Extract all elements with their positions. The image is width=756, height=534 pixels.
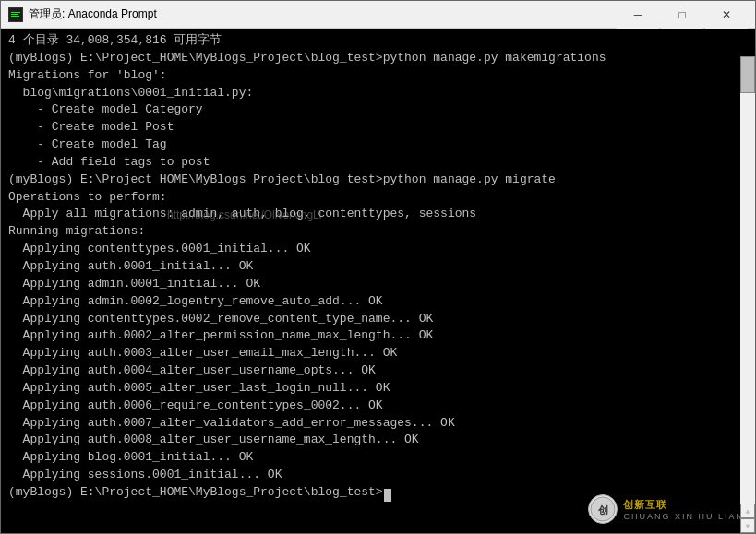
terminal-line: Applying contenttypes.0001_initial... OK [8, 241, 748, 258]
maximize-button[interactable]: □ [661, 1, 703, 29]
terminal-line: Applying auth.0005_alter_user_last_login… [8, 380, 748, 398]
svg-rect-2 [11, 14, 18, 15]
terminal-line: Operations to perform: [8, 189, 748, 207]
scrollbar-down-button[interactable]: ▼ [740, 518, 755, 533]
terminal-line: Applying auth.0003_alter_user_email_max_… [8, 345, 748, 362]
terminal-line: Applying auth.0001_initial... OK [8, 258, 748, 276]
terminal-line: Applying contenttypes.0002_remove_conten… [8, 311, 748, 328]
terminal-line: - Create model Tag [8, 136, 748, 154]
scrollbar[interactable]: ▲ ▼ [740, 56, 755, 533]
terminal-line: Applying auth.0002_alter_permission_name… [8, 327, 748, 345]
terminal-line: Applying auth.0004_alter_user_username_o… [8, 362, 748, 380]
terminal-line: - Create model Category [8, 101, 748, 119]
terminal-line: (myBlogs) E:\Project_HOME\MyBlogs_Projec… [8, 50, 748, 67]
close-button[interactable]: ✕ [705, 1, 748, 29]
minimize-button[interactable]: ─ [617, 1, 659, 29]
terminal-line: Migrations for 'blog': [8, 67, 748, 85]
title-bar: 管理员: Anaconda Prompt ─ □ ✕ [1, 1, 755, 29]
app-icon [8, 7, 23, 22]
svg-rect-3 [11, 16, 19, 17]
terminal-line: Applying auth.0007_alter_validators_add_… [8, 415, 748, 433]
terminal-line: (myBlogs) E:\Project_HOME\MyBlogs_Projec… [8, 172, 748, 189]
terminal-body[interactable]: 4 个目录 34,008,354,816 可用字节(myBlogs) E:\Pr… [1, 29, 755, 505]
terminal-cursor [384, 489, 391, 502]
terminal-line: Applying sessions.0001_initial... OK [8, 467, 748, 484]
terminal-line: Applying auth.0008_alter_user_username_m… [8, 432, 748, 449]
terminal-line: Applying admin.0002_logentry_remove_auto… [8, 293, 748, 311]
terminal-line: Apply all migrations: admin, auth, blog,… [8, 206, 748, 223]
window: 管理员: Anaconda Prompt ─ □ ✕ 4 个目录 34,008,… [0, 0, 756, 534]
terminal-line: Applying admin.0001_initial... OK [8, 276, 748, 293]
svg-text:创: 创 [597, 504, 608, 516]
window-title: 管理员: Anaconda Prompt [29, 6, 617, 22]
terminal-line: blog\migrations\0001_initial.py: [8, 85, 748, 102]
terminal-line: (myBlogs) E:\Project_HOME\MyBlogs_Projec… [8, 484, 748, 502]
scrollbar-up-button[interactable]: ▲ [740, 504, 755, 518]
terminal-line: Applying blog.0001_initial... OK [8, 449, 748, 467]
scrollbar-thumb[interactable] [740, 56, 755, 93]
terminal-line: Applying auth.0006_require_contenttypes_… [8, 398, 748, 415]
window-controls: ─ □ ✕ [617, 1, 748, 29]
terminal-line: 4 个目录 34,008,354,816 可用字节 [8, 32, 748, 50]
logo-pinyin: CHUANG XIN HU LIAN [623, 512, 744, 521]
terminal-line: - Create model Post [8, 119, 748, 136]
svg-rect-1 [11, 12, 20, 13]
terminal-line: - Add field tags to post [8, 154, 748, 172]
terminal-line: Running migrations: [8, 223, 748, 241]
